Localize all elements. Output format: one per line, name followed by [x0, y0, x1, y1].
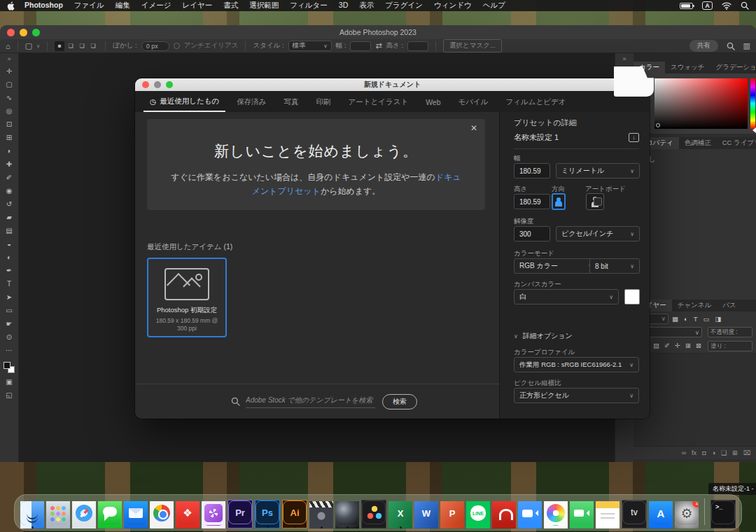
type-tool-icon[interactable]: T	[0, 277, 19, 290]
save-preset-icon[interactable]: ↓	[629, 133, 639, 142]
lock-position-icon[interactable]: ✛	[675, 342, 680, 349]
template-search-button[interactable]: 検索	[382, 394, 417, 410]
menu-item[interactable]: プラグイン	[379, 1, 428, 10]
workspace-switcher-icon[interactable]: ▥	[743, 41, 750, 50]
hero-close-icon[interactable]: ✕	[470, 123, 477, 133]
filter-shape-layers-icon[interactable]: ▭	[704, 315, 710, 323]
eraser-tool-icon[interactable]: ▰	[0, 211, 19, 224]
advanced-options-toggle[interactable]: ∨ 詳細オプション	[514, 331, 639, 341]
style-select[interactable]: 標準 ∨	[288, 41, 332, 51]
panel-tab[interactable]: CC ライブラリ	[717, 137, 756, 149]
battery-icon[interactable]	[680, 3, 693, 9]
color-swatches[interactable]	[0, 360, 19, 375]
wifi-icon[interactable]	[722, 2, 732, 10]
screen-mode-icon[interactable]: ◱	[0, 388, 19, 402]
layer-effects-icon[interactable]: fx	[692, 449, 696, 456]
brush-tool-icon[interactable]: ✐	[0, 171, 19, 184]
menu-item[interactable]: フィルター	[284, 1, 332, 10]
panel-tab[interactable]: スウォッチ	[665, 62, 710, 74]
apple-tv[interactable]: tv	[622, 500, 647, 528]
toolbar-ellipsis-icon[interactable]: ⋯	[0, 344, 19, 357]
subtract-selection-button[interactable]: ❏	[77, 41, 87, 51]
lock-artboard-icon[interactable]: ⊞	[685, 342, 691, 349]
filter-type-layers-icon[interactable]: T	[694, 315, 698, 323]
move-tool-icon[interactable]: ✛	[0, 64, 19, 78]
link-layers-icon[interactable]: ∞	[682, 449, 686, 456]
window-minimize-button[interactable]	[20, 29, 27, 36]
search-icon[interactable]	[727, 42, 735, 50]
spotlight-search-icon[interactable]	[741, 1, 749, 10]
photoshop-window-titlebar[interactable]: Adobe Photoshop 2023	[0, 25, 756, 39]
shape-tool-icon[interactable]: ▭	[0, 304, 19, 317]
finder[interactable]	[20, 501, 44, 528]
lock-transparent-pixels-icon[interactable]: ▨	[653, 342, 659, 349]
bit-depth-select[interactable]: 8 bit∨	[589, 258, 640, 274]
dialog-titlebar[interactable]: 新規ドキュメント	[135, 78, 650, 91]
photos[interactable]	[544, 501, 568, 528]
menu-item[interactable]: 編集	[110, 1, 136, 10]
panel-tab[interactable]: チャンネル	[672, 300, 718, 312]
panels-collapse-icon[interactable]: »	[615, 53, 634, 64]
powerpoint[interactable]: P	[440, 501, 464, 528]
layer-group-icon[interactable]: ❑	[721, 449, 727, 456]
filter-adjustment-layers-icon[interactable]: ◐	[684, 315, 688, 323]
line[interactable]: LINE	[466, 501, 490, 528]
menu-item[interactable]: Photoshop	[19, 1, 69, 10]
blur-tool-icon[interactable]: ◒	[0, 237, 19, 251]
canvas-color-select[interactable]: 白∨	[514, 289, 619, 304]
filter-pixel-layers-icon[interactable]: ▦	[672, 315, 678, 323]
panel-tab[interactable]: 色調補正	[679, 137, 717, 149]
zoom[interactable]	[518, 501, 542, 528]
history-brush-tool-icon[interactable]: ↺	[0, 197, 19, 211]
word[interactable]: W	[414, 501, 438, 528]
menu-item[interactable]: 3D	[333, 1, 354, 10]
antialias-checkbox[interactable]	[174, 43, 180, 49]
color-field-cursor[interactable]	[656, 123, 660, 127]
menu-item[interactable]: ヘルプ	[477, 1, 511, 10]
menu-item[interactable]: イメージ	[136, 1, 177, 10]
selection-width-input[interactable]	[350, 41, 371, 51]
select-and-mask-button[interactable]: 選択とマスク...	[443, 39, 502, 52]
frame-tool-icon[interactable]: ⊞	[0, 131, 19, 144]
window-close-button[interactable]	[7, 29, 15, 36]
green-camera-app[interactable]	[570, 501, 594, 528]
foreground-color-swatch[interactable]	[4, 362, 10, 369]
color-mode-select[interactable]: RGB カラー∨	[514, 258, 598, 274]
delete-layer-icon[interactable]: ⌧	[743, 449, 750, 456]
illustrator[interactable]: Ai	[282, 500, 307, 528]
panel-tab[interactable]: グラデーショ	[710, 62, 756, 74]
gradient-tool-icon[interactable]: ▤	[0, 224, 19, 237]
pen-tool-icon[interactable]: ✒	[0, 264, 19, 277]
quick-mask-icon[interactable]: ▣	[0, 375, 19, 388]
document-name-field[interactable]: 名称未設定 1	[514, 132, 559, 143]
dialog-tab[interactable]: アートとイラスト	[338, 92, 414, 111]
new-layer-icon[interactable]: ⊞	[732, 449, 738, 456]
panel-tab[interactable]: パス	[717, 300, 741, 312]
marquee-tool-icon[interactable]: ▢	[0, 78, 19, 91]
mail[interactable]	[124, 501, 148, 528]
menu-item[interactable]: レイヤー	[177, 1, 218, 10]
lock-all-icon[interactable]: ⊠	[696, 342, 701, 349]
height-input[interactable]	[514, 194, 550, 209]
launchpad[interactable]	[46, 501, 70, 528]
dialog-tab[interactable]: モバイル	[449, 92, 495, 111]
dialog-tab[interactable]: 写真	[274, 92, 304, 111]
window-zoom-button[interactable]	[32, 29, 40, 36]
menu-item[interactable]: 表示	[354, 1, 379, 10]
layer-mask-icon[interactable]: ◘	[702, 449, 706, 456]
red-diamond-app[interactable]: ❖	[176, 501, 200, 528]
object-selection-tool-icon[interactable]: ◎	[0, 104, 19, 118]
dialog-tab[interactable]: フィルムとビデオ	[496, 92, 573, 111]
adjustment-layer-icon[interactable]: ◑	[712, 449, 715, 456]
resolution-unit-select[interactable]: ピクセル/インチ∨	[556, 226, 640, 241]
final-cut-pro[interactable]	[309, 501, 333, 528]
acrobat[interactable]	[492, 501, 516, 528]
affinity-photo[interactable]	[202, 501, 225, 528]
menu-item[interactable]: 選択範囲	[244, 1, 284, 10]
artboard-checkbox[interactable]	[594, 197, 602, 206]
messages[interactable]	[98, 501, 122, 528]
dialog-tab[interactable]: 保存済み	[227, 92, 272, 111]
orientation-portrait-button[interactable]	[552, 193, 566, 210]
toolbar-collapse-icon[interactable]: »	[7, 53, 10, 64]
add-selection-button[interactable]: ❏	[66, 41, 76, 51]
